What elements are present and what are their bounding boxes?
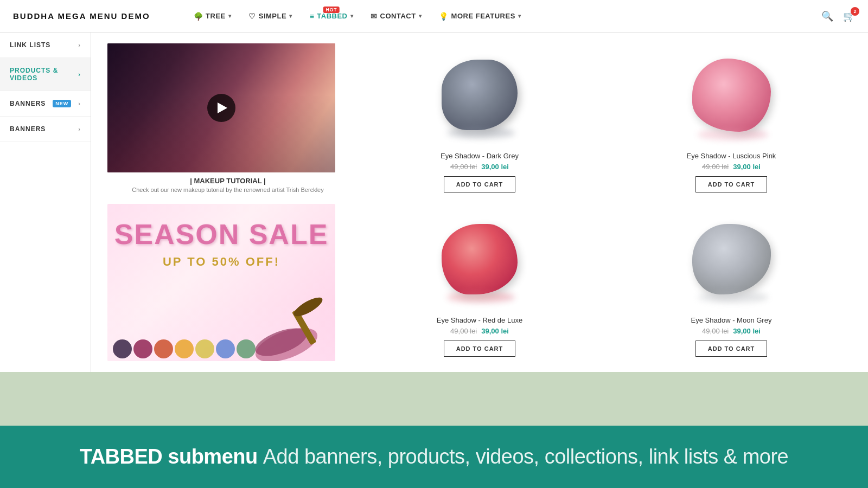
product-name-red: Eye Shadow - Red de Luxe xyxy=(437,316,522,324)
nav-item-simple[interactable]: ♡ SIMPLE ▾ xyxy=(248,12,292,21)
brand-logo: BUDDHA MEGA MENU DEMO xyxy=(13,11,150,21)
footer-light-text: Add banners, products, videos, collectio… xyxy=(263,445,789,468)
arrow-banners-new-icon: › xyxy=(78,100,81,107)
eyeshadow-red-blob xyxy=(442,224,518,294)
footer-banner: TABBED submenu Add banners, products, vi… xyxy=(0,426,868,488)
product-moon-grey: Eye Shadow - Moon Grey 49,00 lei 39,00 l… xyxy=(611,208,852,361)
product-red: Eye Shadow - Red de Luxe 49,00 lei 39,00… xyxy=(359,208,600,361)
sidebar-label-banners-new: BANNERS xyxy=(10,100,46,107)
nav-label-tabbed: TABBED xyxy=(317,12,347,20)
video-section: 🧑 Buddha Mega Menu - Demo Video for Menu… xyxy=(107,43,348,195)
price-new-moon-grey: 39,00 lei xyxy=(733,327,761,335)
price-old-pink: 49,00 lei xyxy=(702,163,729,171)
chevron-tree-icon: ▾ xyxy=(228,13,232,19)
price-new-red: 39,00 lei xyxy=(481,327,509,335)
new-badge: NEW xyxy=(53,100,71,107)
video-caption-desc: Check out our new makeup tutorial by the… xyxy=(107,187,348,193)
navbar: BUDDHA MEGA MENU DEMO 🌳 TREE ▾ ♡ SIMPLE … xyxy=(0,0,868,33)
product-pricing-dark-grey: 49,00 lei 39,00 lei xyxy=(450,163,509,171)
season-off-text: UP TO 50% OFF! xyxy=(163,255,280,269)
mail-icon: ✉ xyxy=(371,12,378,21)
product-pricing-pink: 49,00 lei 39,00 lei xyxy=(702,163,761,171)
season-sale-text: SEASON SALE xyxy=(114,220,329,248)
svg-point-16 xyxy=(291,294,325,319)
cart-count-badge: 2 xyxy=(851,7,859,16)
product-img-red xyxy=(425,208,534,311)
hot-badge: HOT xyxy=(323,7,340,13)
nav-label-tree: TREE xyxy=(206,12,226,20)
add-to-cart-dark-grey[interactable]: ADD TO CART xyxy=(444,176,516,192)
cart-button[interactable]: 🛒 2 xyxy=(843,10,855,22)
sidebar: LINK LISTS › PRODUCTS & VIDEOS › BANNERS… xyxy=(0,33,91,372)
season-sale-banner: SEASON SALE UP TO 50% OFF! xyxy=(107,204,335,361)
product-img-moon-grey xyxy=(677,208,786,311)
sidebar-label-link-lists: LINK LISTS xyxy=(10,41,50,49)
chevron-simple-icon: ▾ xyxy=(289,13,292,19)
arrow-products-icon: › xyxy=(78,71,81,78)
right-column: 🧑 Buddha Mega Menu - Demo Video for Menu… xyxy=(107,43,348,361)
sidebar-item-products-videos[interactable]: PRODUCTS & VIDEOS › xyxy=(0,58,91,91)
product-img-pink xyxy=(677,43,786,146)
arrow-link-lists-icon: › xyxy=(78,42,81,48)
footer-bold-text: TABBED submenu xyxy=(80,445,258,468)
nav-actions: 🔍 🛒 2 xyxy=(821,10,855,22)
sidebar-label-banners: BANNERS xyxy=(10,125,46,133)
add-to-cart-moon-grey[interactable]: ADD TO CART xyxy=(695,341,768,357)
price-old-moon-grey: 49,00 lei xyxy=(702,327,729,335)
product-dark-grey: Eye Shadow - Dark Grey 49,00 lei 39,00 l… xyxy=(359,43,600,197)
product-name-moon-grey: Eye Shadow - Moon Grey xyxy=(691,316,772,324)
sidebar-item-banners[interactable]: BANNERS › xyxy=(0,117,91,142)
video-caption-title: | MAKEUP TUTORIAL | xyxy=(107,177,348,185)
product-name-pink: Eye Shadow - Luscious Pink xyxy=(687,152,776,160)
product-pricing-moon-grey: 49,00 lei 39,00 lei xyxy=(702,327,761,335)
sidebar-item-banners-new[interactable]: BANNERS NEW › xyxy=(0,91,91,117)
nav-label-simple: SIMPLE xyxy=(259,12,286,20)
price-new-dark-grey: 39,00 lei xyxy=(481,163,509,171)
search-button[interactable]: 🔍 xyxy=(821,10,833,22)
nav-label-contact: CONTACT xyxy=(380,12,416,20)
eyeshadow-moon-grey-blob xyxy=(692,224,771,294)
chevron-tabbed-icon: ▾ xyxy=(350,13,354,19)
heart-icon: ♡ xyxy=(248,12,256,21)
price-new-pink: 39,00 lei xyxy=(733,163,761,171)
eyeshadow-dark-grey-blob xyxy=(442,60,518,130)
nav-item-tabbed[interactable]: ≡ TABBED HOT ▾ xyxy=(310,12,353,21)
chevron-more-icon: ▾ xyxy=(518,13,521,19)
nav-item-more[interactable]: 💡 MORE FEATURES ▾ xyxy=(439,12,521,21)
main-content: Eye Shadow - Dark Grey 49,00 lei 39,00 l… xyxy=(91,33,868,372)
chevron-contact-icon: ▾ xyxy=(419,13,422,19)
nav-item-tree[interactable]: 🌳 TREE ▾ xyxy=(194,12,232,21)
sidebar-label-products-videos: PRODUCTS & VIDEOS xyxy=(10,67,78,82)
add-to-cart-red[interactable]: ADD TO CART xyxy=(444,341,516,357)
nav-menu: 🌳 TREE ▾ ♡ SIMPLE ▾ ≡ TABBED HOT ▾ ✉ CON… xyxy=(194,12,821,21)
price-old-dark-grey: 49,00 lei xyxy=(450,163,477,171)
dropdown-overlay: LINK LISTS › PRODUCTS & VIDEOS › BANNERS… xyxy=(0,33,868,372)
product-pink: Eye Shadow - Luscious Pink 49,00 lei 39,… xyxy=(611,43,852,197)
video-container[interactable]: 🧑 Buddha Mega Menu - Demo Video for Menu… xyxy=(107,43,335,172)
add-to-cart-pink[interactable]: ADD TO CART xyxy=(695,176,768,192)
product-img-dark-grey xyxy=(425,43,534,146)
product-pricing-red: 49,00 lei 39,00 lei xyxy=(450,327,509,335)
nav-item-contact[interactable]: ✉ CONTACT ▾ xyxy=(371,12,422,21)
sidebar-item-link-lists[interactable]: LINK LISTS › xyxy=(0,33,91,58)
eyeshadow-pink-blob xyxy=(692,59,771,132)
price-old-red: 49,00 lei xyxy=(450,327,477,335)
tabbed-icon: ≡ xyxy=(310,12,315,21)
bulb-icon: 💡 xyxy=(439,12,449,21)
product-name-dark-grey: Eye Shadow - Dark Grey xyxy=(441,152,519,160)
arrow-banners-icon: › xyxy=(78,126,81,132)
video-play-button[interactable] xyxy=(207,94,235,122)
nav-label-more: MORE FEATURES xyxy=(451,12,515,20)
video-info: | MAKEUP TUTORIAL | Check out our new ma… xyxy=(107,172,348,195)
tree-icon: 🌳 xyxy=(194,12,203,21)
